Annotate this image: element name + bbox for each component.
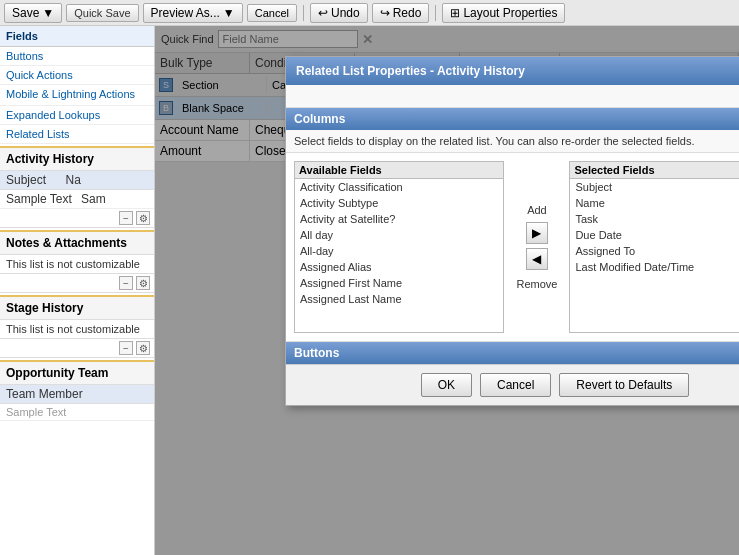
field-item-6[interactable]: Assigned First Name — [295, 275, 503, 291]
stage-minus-icon[interactable]: − — [119, 341, 133, 355]
preview-label: Preview As... — [151, 6, 220, 20]
selected-fields-panel: Selected Fields Subject Name Task Due Da… — [569, 161, 739, 333]
field-item-5[interactable]: Assigned Alias — [295, 259, 503, 275]
undo-icon: ↩ — [318, 6, 328, 20]
stage-gear-icon[interactable]: ⚙ — [136, 341, 150, 355]
save-dropdown-button[interactable]: Save ▼ — [4, 3, 62, 23]
columns-section-bar: Columns − — [286, 108, 739, 130]
divider2 — [435, 5, 436, 21]
notes-section: Notes & Attachments This list is not cus… — [0, 230, 154, 293]
buttons-section-bar: Buttons + — [286, 342, 739, 364]
content-area: Quick Find ✕ Bulk Type Condition of In-K… — [155, 26, 739, 555]
field-item-2[interactable]: Activity at Satellite? — [295, 211, 503, 227]
notes-not-customizable: This list is not customizable — [0, 255, 154, 274]
buttons-section-label: Buttons — [294, 346, 339, 360]
selected-fields-header: Selected Fields — [569, 161, 739, 178]
layout-props-icon: ⊞ — [450, 6, 460, 20]
activity-history-section: Activity History Subject Na Sample Text … — [0, 146, 154, 228]
opp-team-row: Sample Text — [0, 404, 154, 421]
preview-button[interactable]: Preview As... ▼ — [143, 3, 243, 23]
redo-icon: ↪ — [380, 6, 390, 20]
notes-header[interactable]: Notes & Attachments — [0, 232, 154, 255]
divider — [303, 5, 304, 21]
columns-layout: Available Fields Activity Classification… — [286, 153, 739, 342]
field-item-0[interactable]: Activity Classification — [295, 179, 503, 195]
opp-team-col: Team Member — [0, 385, 154, 404]
cancel-button[interactable]: Cancel — [247, 4, 297, 22]
undo-button[interactable]: ↩ Undo — [310, 3, 368, 23]
modal-help-row: Help ? — [286, 85, 739, 108]
save-label: Save — [12, 6, 39, 20]
field-item-3[interactable]: All day — [295, 227, 503, 243]
activity-minus-icon[interactable]: − — [119, 211, 133, 225]
sidebar-item-quick-actions[interactable]: Quick Actions — [0, 66, 154, 85]
stage-controls: − ⚙ — [0, 339, 154, 358]
revert-defaults-button[interactable]: Revert to Defaults — [559, 373, 689, 397]
notes-gear-icon[interactable]: ⚙ — [136, 276, 150, 290]
available-fields-panel: Available Fields Activity Classification… — [294, 161, 504, 333]
activity-history-controls: − ⚙ — [0, 209, 154, 228]
modal-footer: OK Cancel Revert to Defaults — [286, 364, 739, 405]
selected-field-2[interactable]: Task — [570, 211, 739, 227]
selected-field-1[interactable]: Name — [570, 195, 739, 211]
stage-history-label: Stage History — [6, 301, 83, 315]
save-dropdown-icon: ▼ — [42, 6, 54, 20]
add-remove-controls: Add ▶ ◀ Remove — [512, 161, 561, 333]
remove-label: Remove — [516, 278, 557, 290]
selected-field-5[interactable]: Last Modified Date/Time — [570, 259, 739, 275]
sidebar-item-expanded-lookups[interactable]: Expanded Lookups — [0, 106, 154, 125]
sidebar-item-buttons[interactable]: Buttons — [0, 47, 154, 66]
activity-history-row: Sample Text Sam — [0, 190, 154, 209]
preview-dropdown-icon: ▼ — [223, 6, 235, 20]
field-item-1[interactable]: Activity Subtype — [295, 195, 503, 211]
notes-minus-icon[interactable]: − — [119, 276, 133, 290]
stage-history-header[interactable]: Stage History — [0, 297, 154, 320]
selected-field-0[interactable]: Subject — [570, 179, 739, 195]
available-fields-header: Available Fields — [294, 161, 504, 178]
notes-controls: − ⚙ — [0, 274, 154, 293]
opp-team-header[interactable]: Opportunity Team — [0, 362, 154, 385]
selected-fields-list[interactable]: Subject Name Task Due Date Assigned To L… — [569, 178, 739, 333]
field-item-4[interactable]: All-day — [295, 243, 503, 259]
selected-field-3[interactable]: Due Date — [570, 227, 739, 243]
sidebar-fields-header: Fields — [0, 26, 154, 47]
sidebar-item-related-lists[interactable]: Related Lists — [0, 125, 154, 144]
activity-history-header[interactable]: Activity History — [0, 148, 154, 171]
activity-history-col-subject: Subject Na — [0, 171, 154, 190]
add-button[interactable]: ▶ — [526, 222, 548, 244]
redo-button[interactable]: ↪ Redo — [372, 3, 430, 23]
stage-history-section: Stage History This list is not customiza… — [0, 295, 154, 358]
modal-title: Related List Properties - Activity Histo… — [296, 64, 525, 78]
notes-label: Notes & Attachments — [6, 236, 127, 250]
modal-title-bar: Related List Properties - Activity Histo… — [286, 57, 739, 85]
activity-gear-icon[interactable]: ⚙ — [136, 211, 150, 225]
toolbar: Save ▼ Quick Save Preview As... ▼ Cancel… — [0, 0, 739, 26]
cancel-modal-button[interactable]: Cancel — [480, 373, 551, 397]
add-label: Add — [527, 204, 547, 216]
layout-properties-button[interactable]: ⊞ Layout Properties — [442, 3, 565, 23]
stage-not-customizable: This list is not customizable — [0, 320, 154, 339]
opp-team-label: Opportunity Team — [6, 366, 108, 380]
selected-field-4[interactable]: Assigned To — [570, 243, 739, 259]
available-fields-list[interactable]: Activity Classification Activity Subtype… — [294, 178, 504, 333]
main-layout: Fields Buttons Quick Actions Mobile & Li… — [0, 26, 739, 555]
activity-history-label: Activity History — [6, 152, 94, 166]
field-item-7[interactable]: Assigned Last Name — [295, 291, 503, 307]
ok-button[interactable]: OK — [421, 373, 472, 397]
sidebar: Fields Buttons Quick Actions Mobile & Li… — [0, 26, 155, 555]
columns-description: Select fields to display on the related … — [286, 130, 739, 153]
quick-save-button[interactable]: Quick Save — [66, 4, 138, 22]
remove-button[interactable]: ◀ — [526, 248, 548, 270]
columns-section-label: Columns — [294, 112, 345, 126]
related-list-properties-modal: Related List Properties - Activity Histo… — [285, 56, 739, 406]
opp-team-section: Opportunity Team Team Member Sample Text — [0, 360, 154, 421]
sidebar-item-mobile-lightning[interactable]: Mobile & Lightning Actions — [0, 85, 154, 106]
